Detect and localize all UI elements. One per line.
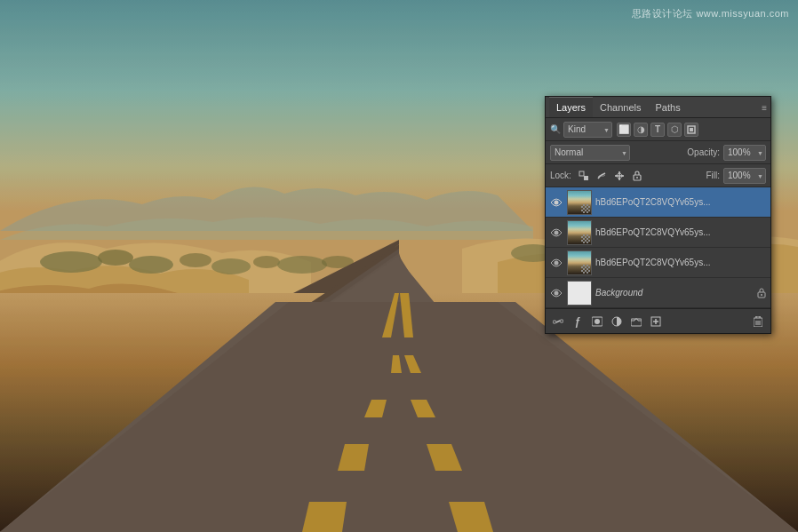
- blend-mode-select[interactable]: Normal: [550, 145, 630, 161]
- svg-marker-43: [618, 178, 621, 180]
- layer-item-background[interactable]: Background: [546, 278, 770, 308]
- layer-name: Background: [595, 288, 753, 298]
- add-layer-mask-button[interactable]: [590, 314, 604, 329]
- fill-select[interactable]: 100%: [723, 168, 766, 184]
- layer-name: hBd6EPoQT2C8VQYv65ys...: [595, 258, 767, 267]
- watermark: 思路设计论坛 www.missyuan.com: [632, 7, 789, 20]
- layer-name: hBd6EPoQT2C8VQYv65ys...: [595, 197, 767, 207]
- adjustment-filter-icon[interactable]: ◑: [634, 123, 648, 137]
- delete-layer-button[interactable]: [751, 314, 765, 329]
- svg-point-47: [636, 177, 638, 179]
- layer-visibility-icon[interactable]: [549, 195, 563, 210]
- svg-point-50: [555, 260, 559, 265]
- svg-marker-42: [618, 171, 621, 174]
- layer-visibility-icon[interactable]: [549, 226, 563, 240]
- svg-point-57: [595, 319, 600, 324]
- fill-label: Fill:: [706, 171, 720, 180]
- panel-footer: ƒ: [546, 308, 770, 333]
- layer-list: hBd6EPoQT2C8VQYv65ys... hBd6EPoQT2C8VQYv…: [546, 187, 770, 308]
- layer-visibility-icon[interactable]: [549, 256, 563, 270]
- layer-item[interactable]: hBd6EPoQT2C8VQYv65ys...: [546, 248, 770, 278]
- type-filter-icon[interactable]: T: [650, 123, 665, 137]
- thumbnail-checkerboard: [581, 265, 590, 274]
- thumbnail-checkerboard: [581, 234, 590, 243]
- pixel-filter-icon[interactable]: ⬜: [617, 123, 631, 137]
- opacity-select[interactable]: 100%: [723, 145, 766, 161]
- svg-rect-55: [560, 320, 563, 322]
- blend-mode-wrap: Normal: [550, 145, 630, 161]
- svg-point-53: [761, 294, 762, 296]
- lock-label: Lock:: [550, 171, 571, 180]
- svg-rect-38: [579, 171, 584, 176]
- lock-transparent-pixels-icon[interactable]: [577, 169, 591, 183]
- svg-rect-59: [631, 319, 642, 326]
- layer-thumbnail: [567, 220, 592, 245]
- watermark-text: 思路设计论坛 www.missyuan.com: [632, 8, 789, 19]
- layer-thumbnail: [567, 281, 592, 306]
- layer-name: hBd6EPoQT2C8VQYv65ys...: [595, 227, 767, 237]
- layer-thumbnail: [567, 250, 592, 275]
- create-group-button[interactable]: [629, 314, 643, 329]
- search-icon: 🔍: [550, 124, 561, 134]
- create-new-layer-button[interactable]: [649, 314, 663, 329]
- lock-position-icon[interactable]: [612, 169, 626, 183]
- svg-point-48: [555, 200, 559, 204]
- layer-thumbnail: [567, 190, 592, 215]
- filter-icons-row: ⬜ ◑ T ⬡: [617, 123, 698, 137]
- blend-opacity-row: Normal Opacity: 100%: [546, 141, 770, 164]
- thumbnail-checkerboard: [581, 204, 590, 213]
- tab-paths[interactable]: Paths: [649, 97, 688, 117]
- layer-thumbnail-image: [568, 251, 591, 274]
- create-adjustment-button[interactable]: [610, 314, 624, 329]
- svg-point-51: [555, 290, 559, 295]
- layer-item[interactable]: hBd6EPoQT2C8VQYv65ys...: [546, 218, 770, 248]
- svg-marker-44: [615, 174, 618, 178]
- tab-channels[interactable]: Channels: [593, 97, 648, 117]
- layer-item[interactable]: hBd6EPoQT2C8VQYv65ys...: [546, 187, 770, 218]
- lock-row: Lock: Fill: 1: [546, 164, 770, 187]
- smart-filter-icon[interactable]: [684, 123, 698, 137]
- svg-rect-54: [553, 321, 556, 323]
- opacity-value-wrap: 100%: [723, 145, 766, 161]
- shape-filter-icon[interactable]: ⬡: [667, 123, 682, 137]
- tab-paths-label: Paths: [656, 102, 681, 113]
- lock-image-pixels-icon[interactable]: [595, 169, 609, 183]
- svg-rect-39: [584, 176, 588, 180]
- panel-menu-button[interactable]: ≡: [762, 102, 767, 112]
- svg-point-49: [555, 230, 559, 234]
- tab-channels-label: Channels: [600, 102, 641, 113]
- panel-tab-bar: Layers Channels Paths ≡: [546, 97, 770, 118]
- svg-marker-45: [621, 174, 624, 178]
- layers-panel: Layers Channels Paths ≡ 🔍 Kind ⬜ ◑ T ⬡: [545, 96, 771, 334]
- filter-bar: 🔍 Kind ⬜ ◑ T ⬡: [546, 118, 770, 141]
- layer-visibility-icon[interactable]: [549, 286, 563, 300]
- layer-thumbnail-image: [568, 282, 591, 305]
- kind-filter-wrap: Kind: [563, 122, 612, 138]
- layer-locked-icon: [756, 288, 767, 298]
- opacity-label: Opacity:: [687, 147, 720, 157]
- fill-value-wrap: 100%: [723, 168, 766, 184]
- layer-thumbnail-image: [568, 191, 591, 214]
- add-layer-style-button[interactable]: ƒ: [571, 314, 585, 329]
- tab-layers-label: Layers: [556, 102, 586, 113]
- layer-thumbnail-image: [568, 221, 591, 244]
- tab-layers[interactable]: Layers: [549, 97, 593, 117]
- lock-all-icon[interactable]: [630, 169, 644, 183]
- kind-filter-select[interactable]: Kind: [563, 122, 612, 138]
- link-layers-button[interactable]: [551, 314, 565, 329]
- svg-rect-37: [690, 128, 693, 131]
